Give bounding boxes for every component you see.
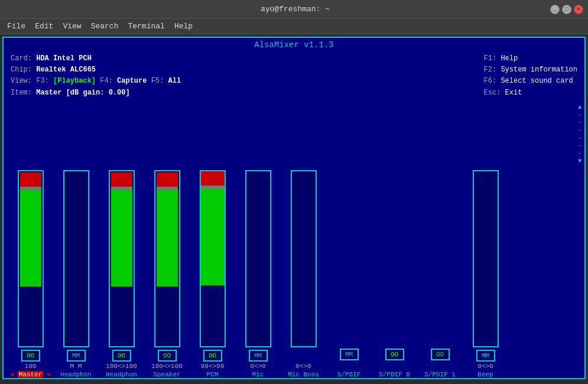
channel-strip-micboost[interactable]: 0<>0Mic Boos [281,170,326,378]
help-f2: F2: System information [484,64,577,76]
channel-label-micboost: Mic Boos [288,371,319,378]
mute-btn-headphone1[interactable]: MM [67,350,86,362]
fader-micboost[interactable] [291,170,317,347]
right-scrollbar[interactable]: ▲ - - - - - - ▼ [577,105,582,373]
view-capture: Capture [117,77,151,85]
menu-terminal[interactable]: Terminal [123,21,169,32]
card-value: HDA Intel PCH [36,54,92,63]
channel-strip-headphone2[interactable]: OO100<>100Headphon [99,170,144,378]
channels-wrapper: OO100◄ Master ►MMM MHeadphonOO100<>100He… [8,100,580,378]
volume-master: 100 [25,363,37,370]
view-all: All [168,77,181,85]
channel-strip-master[interactable]: OO100◄ Master ► [8,170,53,378]
item-value: Master [dB gain: 0.00] [36,89,129,97]
fader-master[interactable] [18,170,44,347]
info-section: Card: HDA Intel PCH Chip: Realtek ALC665… [4,52,584,100]
mute-btn-spdif_1[interactable]: OO [431,349,450,360]
title-bar: ayo@freshman: ~ _ □ × [0,0,588,19]
help-f6: F6: Select sound card [484,76,577,87]
mute-btn-beep[interactable]: MM [476,350,495,362]
channel-strip-spdif[interactable]: MMS/PDIF [327,169,371,378]
channel-label-pcm: PCM [207,371,219,378]
chip-info: Chip: Realtek ALC665 [11,64,181,76]
channel-label-master: ◄ Master ► [9,371,51,378]
fader-headphone2[interactable] [109,170,135,347]
chip-value: Realtek ALC665 [36,66,96,74]
view-info: View: F3: [Playback] F4: Capture F5: All [11,76,181,87]
alsamixer-title: AlsaMixer v1.1.3 [4,38,584,52]
channel-strip-headphone1[interactable]: MMM MHeadphon [54,170,98,378]
channel-label-spdif: S/PDIF [337,371,361,378]
channel-strip-pcm[interactable]: OO99<>99PCM [190,170,235,378]
item-info: Item: Master [dB gain: 0.00] [11,87,181,99]
view-playback: [Playback] [53,77,100,85]
item-label: Item: [11,89,36,97]
help-esc: Esc: Exit [484,87,577,99]
channel-strip-mic[interactable]: MM0<>0Mic [236,170,280,378]
channel-label-spdif_d: S/PDIF D [379,371,410,378]
menu-bar: File Edit View Search Terminal Help [0,19,588,34]
volume-beep: 0<>0 [477,363,493,370]
help-f1: F1: Help [484,53,577,64]
volume-headphone2: 100<>100 [106,363,137,370]
mute-btn-pcm[interactable]: OO [203,350,222,362]
view-label: View: [11,77,36,85]
channel-label-speaker: Speaker [153,371,180,378]
menu-search[interactable]: Search [86,21,124,32]
card-info: Card: HDA Intel PCH [11,53,181,64]
channel-label-headphone1: Headphon [60,371,92,378]
channel-label-beep: Beep [477,371,493,378]
minimize-button[interactable]: _ [550,5,560,14]
maximize-button[interactable]: □ [562,5,571,14]
fader-pcm[interactable] [200,170,226,347]
channel-strip-spdif_1[interactable]: OOS/PDIF 1 [418,169,462,378]
fader-mic[interactable] [245,170,271,347]
mute-btn-spdif_d[interactable]: OO [385,349,404,360]
fader-speaker[interactable] [154,170,180,347]
menu-edit[interactable]: Edit [30,21,58,32]
alsamixer-container: AlsaMixer v1.1.3 Card: HDA Intel PCH Chi… [2,37,586,379]
volume-mic: 0<>0 [250,363,265,370]
channel-strip-speaker[interactable]: OO100<>100Speaker [145,170,189,378]
fader-headphone1[interactable] [63,170,89,347]
menu-file[interactable]: File [2,21,30,32]
channel-strip-beep[interactable]: MM0<>0Beep [463,170,508,378]
volume-micboost: 0<>0 [295,363,311,370]
volume-speaker: 100<>100 [151,363,183,370]
fader-beep[interactable] [473,170,499,347]
window-title: ayo@freshman: ~ [40,5,550,14]
channel-label-mic: Mic [252,371,264,378]
close-button[interactable]: × [574,5,583,14]
menu-view[interactable]: View [58,21,86,32]
view-f3: F3: [36,77,49,85]
window-controls: _ □ × [550,5,583,14]
mute-btn-speaker[interactable]: OO [158,350,177,362]
channel-strip-spdif_d[interactable]: OOS/PDIF D [372,169,417,378]
mute-btn-spdif[interactable]: MM [340,349,359,360]
channels-area: OO100◄ Master ►MMM MHeadphonOO100<>100He… [4,100,584,378]
menu-help[interactable]: Help [170,21,197,32]
view-f4: F4: [100,77,117,85]
mute-btn-mic[interactable]: MM [249,350,268,362]
volume-headphone1: M M [70,363,82,370]
channel-label-spdif_1: S/PDIF 1 [424,371,456,378]
chip-label: Chip: [11,66,36,74]
mute-btn-master[interactable]: OO [21,350,40,362]
channel-label-headphone2: Headphon [106,371,137,378]
card-label: Card: [11,54,36,63]
volume-pcm: 99<>99 [201,363,225,370]
info-left: Card: HDA Intel PCH Chip: Realtek ALC665… [11,53,181,99]
info-right: F1: Help F2: System information F6: Sele… [484,53,577,99]
mute-btn-headphone2[interactable]: OO [112,350,131,362]
view-f5: F5: [151,77,168,85]
